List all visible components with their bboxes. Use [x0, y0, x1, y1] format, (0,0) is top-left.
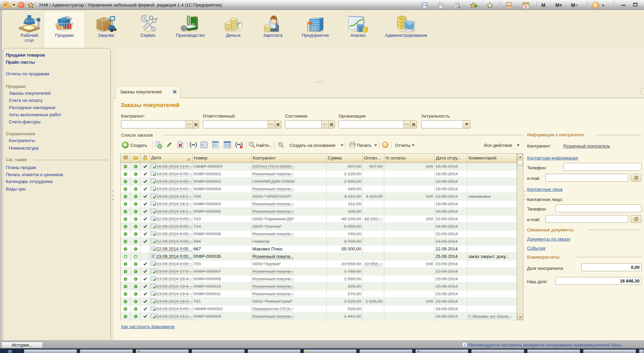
svg-text:31: 31: [524, 5, 527, 8]
svg-text:1: 1: [201, 143, 203, 147]
svg-text:?: ?: [384, 142, 387, 148]
